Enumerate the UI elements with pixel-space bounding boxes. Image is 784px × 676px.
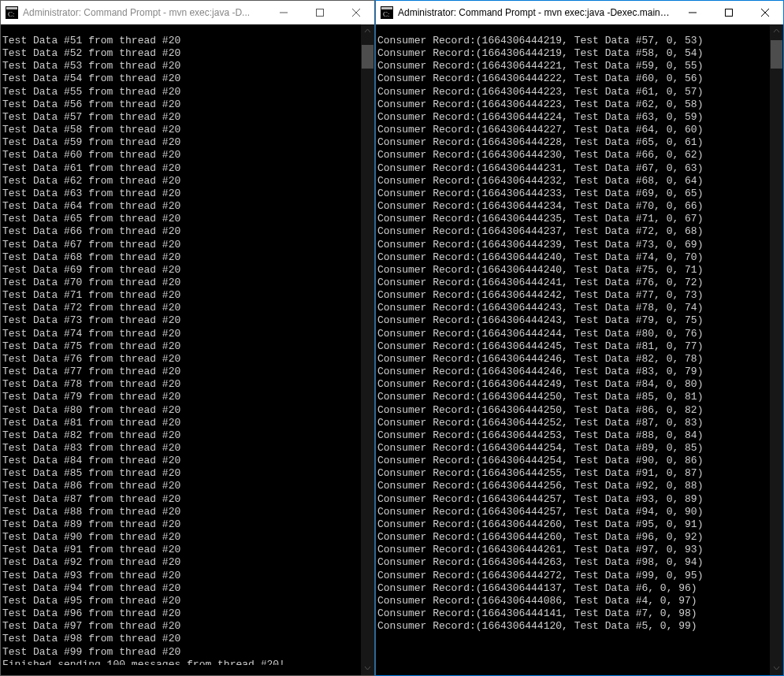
maximize-button[interactable] [302,1,338,24]
scroll-up-arrow-icon[interactable] [770,24,783,38]
producer-console-output[interactable]: Test Data #51 from thread #20 Test Data … [1,35,361,665]
cmd-icon: C: [381,6,393,19]
scroll-down-arrow-icon[interactable] [361,662,374,675]
producer-titlebar[interactable]: C: Administrator: Command Prompt - mvn e… [1,1,374,24]
scroll-thumb[interactable] [771,40,782,69]
producer-window-title: Administrator: Command Prompt - mvn exec… [23,7,266,18]
consumer-console-output[interactable]: Consumer Record:(1664306444219, Test Dat… [376,35,770,665]
consumer-window-title: Administrator: Command Prompt - mvn exec… [398,7,674,18]
maximize-button[interactable] [711,1,747,24]
close-button[interactable] [338,1,374,24]
cmd-icon: C: [6,6,18,19]
minimize-button[interactable] [674,1,711,24]
consumer-scrollbar[interactable] [770,24,783,675]
scroll-thumb[interactable] [362,45,373,69]
minimize-button[interactable] [266,1,302,24]
consumer-window: C: Administrator: Command Prompt - mvn e… [375,0,784,676]
consumer-window-controls [674,1,783,24]
producer-window: C: Administrator: Command Prompt - mvn e… [0,0,375,676]
producer-console-wrap: Test Data #51 from thread #20 Test Data … [1,24,374,675]
consumer-console-wrap: Consumer Record:(1664306444219, Test Dat… [376,24,783,675]
producer-window-controls [266,1,374,24]
svg-rect-11 [726,9,733,17]
consumer-titlebar[interactable]: C: Administrator: Command Prompt - mvn e… [376,1,783,24]
svg-rect-1 [6,7,17,9]
svg-rect-4 [317,9,324,17]
scroll-up-arrow-icon[interactable] [361,24,374,38]
close-button[interactable] [747,1,783,24]
svg-text:C:: C: [8,10,15,18]
scroll-down-arrow-icon[interactable] [770,662,783,675]
producer-scrollbar[interactable] [361,24,374,675]
svg-text:C:: C: [383,10,390,18]
svg-rect-8 [381,7,392,9]
